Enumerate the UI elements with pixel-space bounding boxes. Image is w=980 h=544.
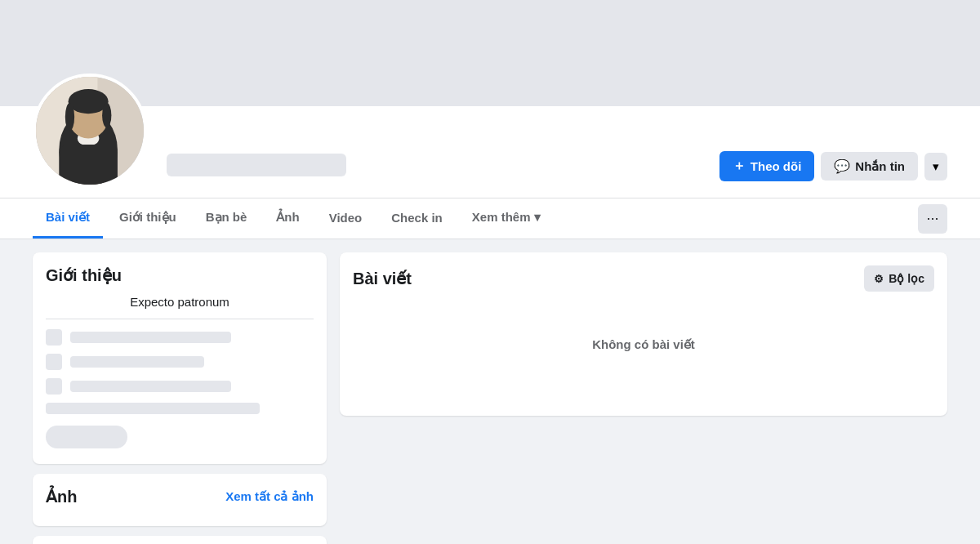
tab-video[interactable]: Video (316, 199, 376, 239)
cover-photo (0, 0, 980, 106)
profile-info-bar: ＋ Theo dõi 💬 Nhắn tin ▾ (0, 106, 980, 198)
profile-name-placeholder (167, 154, 346, 176)
svg-point-6 (65, 103, 74, 131)
no-posts-message: Không có bài viết (353, 305, 934, 385)
anh-card: Ảnh Xem tất cả ảnh (33, 474, 327, 526)
placeholder-wide (46, 403, 260, 414)
profile-actions: ＋ Theo dõi 💬 Nhắn tin ▾ (719, 151, 947, 188)
placeholder-tag (46, 426, 127, 448)
nhan-tin-label: Nhắn tin (855, 159, 905, 174)
info-text-3 (70, 381, 231, 392)
profile-header: ＋ Theo dõi 💬 Nhắn tin ▾ Bài viết Giới th… (0, 0, 980, 239)
tab-ban-be[interactable]: Bạn bè (193, 198, 261, 239)
nav-more-button[interactable]: ··· (918, 204, 947, 234)
bio-quote: Expecto patronum (46, 295, 314, 309)
tab-bai-viet[interactable]: Bài viết (33, 198, 103, 239)
svg-rect-8 (59, 145, 118, 185)
anh-card-header: Ảnh Xem tất cả ảnh (46, 487, 314, 506)
info-row-2 (46, 354, 314, 370)
info-icon-2 (46, 354, 62, 370)
xem-tat-ca-anh-link[interactable]: Xem tất cả ảnh (225, 489, 314, 504)
nhan-tin-button[interactable]: 💬 Nhắn tin (821, 152, 918, 181)
theo-doi-label: Theo dõi (751, 159, 802, 173)
tab-xem-them[interactable]: Xem thêm ▾ (459, 198, 554, 239)
info-text-1 (70, 332, 231, 343)
avatar-image (36, 77, 144, 185)
avatar (33, 74, 147, 188)
gioi-thieu-title: Giới thiệu (46, 265, 314, 285)
gioi-thieu-card: Giới thiệu Expecto patronum (33, 252, 327, 464)
profile-name-area (160, 154, 706, 188)
ellipsis-icon: ··· (926, 210, 938, 227)
posts-header: Bài viết ⚙ Bộ lọc (353, 265, 934, 292)
tab-gioi-thieu[interactable]: Giới thiệu (106, 198, 189, 239)
nav-tabs: Bài viết Giới thiệu Bạn bè Ảnh Video Che… (33, 198, 918, 239)
posts-title: Bài viết (353, 269, 412, 288)
add-friend-icon: ＋ (733, 158, 746, 175)
more-actions-button[interactable]: ▾ (924, 153, 947, 181)
info-text-2 (70, 356, 204, 368)
posts-card: Bài viết ⚙ Bộ lọc Không có bài viết (340, 252, 947, 416)
right-column: Bài viết ⚙ Bộ lọc Không có bài viết (340, 252, 947, 544)
svg-point-5 (69, 89, 109, 114)
filter-button[interactable]: ⚙ Bộ lọc (864, 265, 934, 292)
filter-label: Bộ lọc (889, 272, 924, 285)
left-column: Giới thiệu Expecto patronum (33, 252, 327, 544)
info-row-1 (46, 329, 314, 346)
bio-divider (46, 319, 314, 319)
messenger-icon: 💬 (834, 158, 850, 174)
anh-title: Ảnh (46, 487, 77, 506)
profile-nav: Bài viết Giới thiệu Bạn bè Ảnh Video Che… (0, 198, 980, 239)
chevron-down-icon: ▾ (933, 159, 939, 174)
theo-doi-button[interactable]: ＋ Theo dõi (719, 151, 815, 181)
filter-icon: ⚙ (874, 273, 884, 285)
info-row-3 (46, 378, 314, 395)
tab-anh[interactable]: Ảnh (263, 198, 312, 239)
info-icon-1 (46, 329, 62, 346)
ban-be-card: Bạn bè Xem tất cả bạn bè (33, 536, 327, 544)
info-icon-3 (46, 378, 62, 395)
avatar-wrapper (33, 74, 147, 188)
tab-check-in[interactable]: Check in (378, 199, 456, 239)
svg-point-7 (102, 103, 111, 127)
main-content: Giới thiệu Expecto patronum (0, 239, 980, 544)
